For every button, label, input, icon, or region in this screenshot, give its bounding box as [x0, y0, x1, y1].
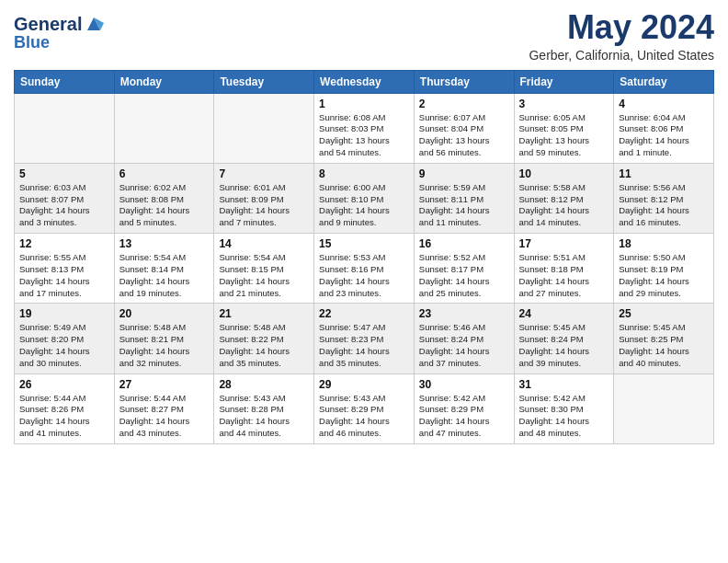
weekday-header-thursday: Thursday	[414, 70, 514, 93]
main-title: May 2024	[529, 9, 714, 46]
day-number: 4	[619, 98, 709, 110]
day-info: Sunrise: 5:44 AM Sunset: 8:27 PM Dayligh…	[119, 393, 210, 440]
calendar-cell: 31Sunrise: 5:42 AM Sunset: 8:30 PM Dayli…	[514, 373, 614, 443]
calendar-cell: 11Sunrise: 5:56 AM Sunset: 8:12 PM Dayli…	[614, 163, 714, 233]
day-number: 30	[419, 378, 509, 391]
day-info: Sunrise: 6:00 AM Sunset: 8:10 PM Dayligh…	[319, 182, 409, 229]
calendar-cell: 13Sunrise: 5:54 AM Sunset: 8:14 PM Dayli…	[114, 234, 214, 304]
weekday-header-tuesday: Tuesday	[214, 70, 314, 93]
calendar-cell: 25Sunrise: 5:45 AM Sunset: 8:25 PM Dayli…	[614, 304, 714, 373]
day-info: Sunrise: 5:54 AM Sunset: 8:15 PM Dayligh…	[219, 252, 309, 299]
weekday-header-friday: Friday	[514, 70, 614, 93]
day-number: 14	[219, 237, 309, 250]
day-info: Sunrise: 5:49 AM Sunset: 8:20 PM Dayligh…	[19, 322, 109, 369]
day-info: Sunrise: 5:50 AM Sunset: 8:19 PM Dayligh…	[619, 252, 709, 299]
day-number: 15	[319, 237, 409, 250]
day-info: Sunrise: 6:05 AM Sunset: 8:05 PM Dayligh…	[519, 112, 609, 159]
title-block: May 2024 Gerber, California, United Stat…	[529, 9, 714, 63]
day-number: 9	[419, 167, 509, 180]
week-row-4: 19Sunrise: 5:49 AM Sunset: 8:20 PM Dayli…	[15, 304, 714, 373]
day-info: Sunrise: 6:01 AM Sunset: 8:09 PM Dayligh…	[219, 182, 309, 229]
day-number: 13	[119, 237, 210, 250]
calendar-cell: 9Sunrise: 5:59 AM Sunset: 8:11 PM Daylig…	[414, 163, 514, 233]
day-number: 21	[219, 307, 309, 320]
calendar-cell: 14Sunrise: 5:54 AM Sunset: 8:15 PM Dayli…	[214, 234, 314, 304]
calendar-cell	[114, 93, 214, 163]
calendar-cell	[214, 93, 314, 163]
weekday-header-wednesday: Wednesday	[314, 70, 415, 93]
calendar-cell: 19Sunrise: 5:49 AM Sunset: 8:20 PM Dayli…	[15, 304, 115, 373]
calendar-cell: 4Sunrise: 6:04 AM Sunset: 8:06 PM Daylig…	[614, 93, 714, 163]
calendar-cell: 20Sunrise: 5:48 AM Sunset: 8:21 PM Dayli…	[114, 304, 214, 373]
day-info: Sunrise: 5:51 AM Sunset: 8:18 PM Dayligh…	[519, 252, 609, 299]
day-info: Sunrise: 5:48 AM Sunset: 8:22 PM Dayligh…	[219, 322, 309, 369]
day-number: 11	[619, 167, 709, 180]
calendar-cell: 18Sunrise: 5:50 AM Sunset: 8:19 PM Dayli…	[614, 234, 714, 304]
logo-text: General	[14, 14, 82, 34]
calendar-cell: 30Sunrise: 5:42 AM Sunset: 8:29 PM Dayli…	[414, 373, 514, 443]
day-number: 16	[419, 237, 509, 250]
day-info: Sunrise: 5:53 AM Sunset: 8:16 PM Dayligh…	[319, 252, 409, 299]
week-row-3: 12Sunrise: 5:55 AM Sunset: 8:13 PM Dayli…	[15, 234, 714, 304]
calendar-cell: 2Sunrise: 6:07 AM Sunset: 8:04 PM Daylig…	[414, 93, 514, 163]
day-info: Sunrise: 5:52 AM Sunset: 8:17 PM Dayligh…	[419, 252, 509, 299]
day-number: 18	[619, 237, 709, 250]
calendar-cell: 6Sunrise: 6:02 AM Sunset: 8:08 PM Daylig…	[114, 163, 214, 233]
calendar-cell: 3Sunrise: 6:05 AM Sunset: 8:05 PM Daylig…	[514, 93, 614, 163]
day-number: 8	[319, 167, 409, 180]
day-info: Sunrise: 5:43 AM Sunset: 8:28 PM Dayligh…	[219, 393, 309, 440]
day-number: 25	[619, 307, 709, 320]
day-info: Sunrise: 6:02 AM Sunset: 8:08 PM Dayligh…	[119, 182, 210, 229]
day-info: Sunrise: 5:45 AM Sunset: 8:24 PM Dayligh…	[519, 322, 609, 369]
logo-icon	[84, 14, 104, 34]
calendar-cell	[614, 373, 714, 443]
day-info: Sunrise: 5:47 AM Sunset: 8:23 PM Dayligh…	[319, 322, 409, 369]
day-info: Sunrise: 5:42 AM Sunset: 8:29 PM Dayligh…	[419, 393, 509, 440]
day-number: 19	[19, 307, 109, 320]
calendar-cell: 17Sunrise: 5:51 AM Sunset: 8:18 PM Dayli…	[514, 234, 614, 304]
calendar-cell: 12Sunrise: 5:55 AM Sunset: 8:13 PM Dayli…	[15, 234, 115, 304]
calendar-cell: 28Sunrise: 5:43 AM Sunset: 8:28 PM Dayli…	[214, 373, 314, 443]
header: General Blue May 2024 Gerber, California…	[14, 9, 714, 63]
day-number: 27	[119, 378, 210, 391]
calendar-cell: 21Sunrise: 5:48 AM Sunset: 8:22 PM Dayli…	[214, 304, 314, 373]
day-info: Sunrise: 5:59 AM Sunset: 8:11 PM Dayligh…	[419, 182, 509, 229]
day-number: 20	[119, 307, 210, 320]
week-row-1: 1Sunrise: 6:08 AM Sunset: 8:03 PM Daylig…	[15, 93, 714, 163]
weekday-header-monday: Monday	[114, 70, 214, 93]
logo-text-blue: Blue	[14, 34, 104, 52]
calendar-cell: 5Sunrise: 6:03 AM Sunset: 8:07 PM Daylig…	[15, 163, 115, 233]
calendar-cell: 24Sunrise: 5:45 AM Sunset: 8:24 PM Dayli…	[514, 304, 614, 373]
day-number: 31	[519, 378, 609, 391]
page: General Blue May 2024 Gerber, California…	[0, 0, 728, 458]
day-number: 28	[219, 378, 309, 391]
day-number: 1	[319, 98, 409, 110]
day-info: Sunrise: 6:08 AM Sunset: 8:03 PM Dayligh…	[319, 112, 409, 159]
day-info: Sunrise: 5:42 AM Sunset: 8:30 PM Dayligh…	[519, 393, 609, 440]
calendar-cell: 26Sunrise: 5:44 AM Sunset: 8:26 PM Dayli…	[15, 373, 115, 443]
calendar: SundayMondayTuesdayWednesdayThursdayFrid…	[14, 70, 714, 444]
day-number: 26	[19, 378, 109, 391]
day-info: Sunrise: 6:07 AM Sunset: 8:04 PM Dayligh…	[419, 112, 509, 159]
day-number: 29	[319, 378, 409, 391]
day-number: 7	[219, 167, 309, 180]
calendar-cell: 10Sunrise: 5:58 AM Sunset: 8:12 PM Dayli…	[514, 163, 614, 233]
calendar-cell: 15Sunrise: 5:53 AM Sunset: 8:16 PM Dayli…	[314, 234, 415, 304]
day-info: Sunrise: 6:04 AM Sunset: 8:06 PM Dayligh…	[619, 112, 709, 159]
day-number: 17	[519, 237, 609, 250]
calendar-cell: 27Sunrise: 5:44 AM Sunset: 8:27 PM Dayli…	[114, 373, 214, 443]
calendar-cell: 23Sunrise: 5:46 AM Sunset: 8:24 PM Dayli…	[414, 304, 514, 373]
day-info: Sunrise: 5:56 AM Sunset: 8:12 PM Dayligh…	[619, 182, 709, 229]
subtitle: Gerber, California, United States	[529, 48, 714, 63]
day-info: Sunrise: 5:48 AM Sunset: 8:21 PM Dayligh…	[119, 322, 210, 369]
day-number: 22	[319, 307, 409, 320]
calendar-cell: 16Sunrise: 5:52 AM Sunset: 8:17 PM Dayli…	[414, 234, 514, 304]
calendar-cell: 8Sunrise: 6:00 AM Sunset: 8:10 PM Daylig…	[314, 163, 415, 233]
day-number: 24	[519, 307, 609, 320]
day-info: Sunrise: 5:54 AM Sunset: 8:14 PM Dayligh…	[119, 252, 210, 299]
day-info: Sunrise: 5:55 AM Sunset: 8:13 PM Dayligh…	[19, 252, 109, 299]
weekday-header-saturday: Saturday	[614, 70, 714, 93]
logo: General Blue	[14, 14, 104, 52]
calendar-cell: 7Sunrise: 6:01 AM Sunset: 8:09 PM Daylig…	[214, 163, 314, 233]
day-number: 6	[119, 167, 210, 180]
